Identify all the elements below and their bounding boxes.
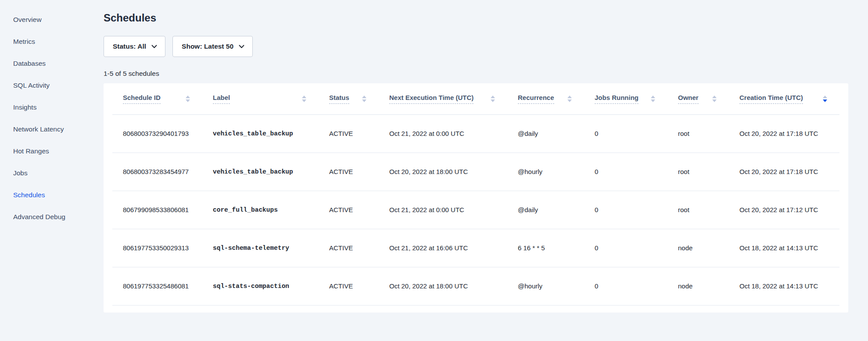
cell-schedule-id: 806197753350029313: [112, 229, 202, 267]
cell-next-execution-time: Oct 20, 2022 at 18:00 UTC: [379, 267, 507, 305]
sort-arrows-icon[interactable]: [491, 96, 495, 102]
page-title: Schedules: [104, 11, 848, 25]
cell-next-execution-time: Oct 21, 2022 at 0:00 UTC: [379, 114, 507, 153]
cell-creation-time: Oct 20, 2022 at 17:18 UTC: [729, 153, 839, 191]
cell-creation-time: Oct 20, 2022 at 17:18 UTC: [729, 114, 839, 153]
column-header-label: Creation Time (UTC): [739, 94, 803, 104]
sidebar-item-insights[interactable]: Insights: [0, 96, 83, 118]
cell-jobs-running: 0: [584, 191, 667, 229]
cell-owner: root: [667, 153, 729, 191]
show-filter-label: Show: Latest 50: [182, 43, 233, 50]
column-header-label[interactable]: Label: [202, 83, 319, 114]
column-header-jobs-running[interactable]: Jobs Running: [584, 83, 667, 114]
chevron-down-icon: [239, 45, 244, 49]
cell-creation-time: Oct 20, 2022 at 17:12 UTC: [729, 191, 839, 229]
cell-recurrence: @hourly: [507, 153, 584, 191]
sort-asc-icon: [823, 96, 827, 98]
column-header-label: Status: [329, 94, 349, 104]
cell-recurrence: @hourly: [507, 267, 584, 305]
cell-next-execution-time: Oct 21, 2022 at 0:00 UTC: [379, 191, 507, 229]
sort-asc-icon: [651, 96, 655, 98]
sidebar-item-jobs[interactable]: Jobs: [0, 162, 83, 184]
cell-schedule-id: 806800373283454977: [112, 153, 202, 191]
table-row: 806799098533806081core_full_backupsACTIV…: [112, 191, 839, 229]
sort-arrows-icon[interactable]: [302, 96, 306, 102]
cell-next-execution-time: Oct 20, 2022 at 18:00 UTC: [379, 153, 507, 191]
sort-asc-icon: [491, 96, 495, 98]
main-content: Schedules Status: All Show: Latest 50 1-…: [83, 0, 868, 341]
cell-owner: root: [667, 191, 729, 229]
table-row: 806800373283454977vehicles_table_backupA…: [112, 153, 839, 191]
sidebar: OverviewMetricsDatabasesSQL ActivityInsi…: [0, 0, 83, 341]
sidebar-item-advanced-debug[interactable]: Advanced Debug: [0, 206, 83, 228]
sort-asc-icon: [362, 96, 366, 98]
column-header-label: Recurrence: [518, 94, 554, 104]
cell-jobs-running: 0: [584, 153, 667, 191]
cell-status: ACTIVE: [319, 229, 379, 267]
cell-label: sql-stats-compaction: [202, 267, 319, 305]
cell-schedule-id: 806800373290401793: [112, 114, 202, 153]
filter-bar: Status: All Show: Latest 50: [104, 36, 848, 57]
cell-jobs-running: 0: [584, 229, 667, 267]
sidebar-item-hot-ranges[interactable]: Hot Ranges: [0, 140, 83, 162]
table-header-row: Schedule IDLabelStatusNext Execution Tim…: [112, 83, 839, 114]
sidebar-item-metrics[interactable]: Metrics: [0, 31, 83, 53]
cell-next-execution-time: Oct 21, 2022 at 16:06 UTC: [379, 229, 507, 267]
sidebar-item-databases[interactable]: Databases: [0, 53, 83, 75]
cell-status: ACTIVE: [319, 114, 379, 153]
sort-desc-icon: [567, 99, 572, 102]
sort-arrows-icon[interactable]: [567, 96, 572, 102]
cell-owner: root: [667, 114, 729, 153]
status-filter-dropdown[interactable]: Status: All: [104, 36, 165, 57]
table-row: 806197753350029313sql-schema-telemetryAC…: [112, 229, 839, 267]
table-body: 806800373290401793vehicles_table_backupA…: [112, 114, 839, 305]
sort-arrows-icon[interactable]: [362, 96, 366, 102]
results-count: 1-5 of 5 schedules: [104, 69, 848, 78]
sort-desc-icon: [491, 99, 495, 102]
column-header-status[interactable]: Status: [319, 83, 379, 114]
cell-recurrence: @daily: [507, 114, 584, 153]
column-header-next-execution-time[interactable]: Next Execution Time (UTC): [379, 83, 507, 114]
sort-desc-icon: [712, 99, 717, 102]
sidebar-item-sql-activity[interactable]: SQL Activity: [0, 75, 83, 96]
sort-arrows-icon[interactable]: [712, 96, 717, 102]
sort-arrows-icon[interactable]: [651, 96, 655, 102]
sort-arrows-icon[interactable]: [823, 96, 827, 102]
column-header-label: Jobs Running: [595, 94, 638, 104]
schedules-table-card: Schedule IDLabelStatusNext Execution Tim…: [104, 83, 848, 313]
sort-asc-icon: [186, 96, 190, 98]
sort-asc-icon: [567, 96, 572, 98]
cell-creation-time: Oct 18, 2022 at 14:13 UTC: [729, 229, 839, 267]
cell-label: core_full_backups: [202, 191, 319, 229]
schedules-table: Schedule IDLabelStatusNext Execution Tim…: [112, 83, 839, 305]
sidebar-item-overview[interactable]: Overview: [0, 9, 83, 31]
sort-desc-icon: [302, 99, 306, 102]
sidebar-item-network-latency[interactable]: Network Latency: [0, 118, 83, 140]
cell-recurrence: @daily: [507, 191, 584, 229]
cell-owner: node: [667, 267, 729, 305]
column-header-recurrence[interactable]: Recurrence: [507, 83, 584, 114]
table-row: 806197753325486081sql-stats-compactionAC…: [112, 267, 839, 305]
cell-label: vehicles_table_backup: [202, 114, 319, 153]
cell-status: ACTIVE: [319, 153, 379, 191]
cell-owner: node: [667, 229, 729, 267]
sort-desc-icon: [362, 99, 366, 102]
sort-desc-icon: [186, 99, 190, 102]
sort-arrows-icon[interactable]: [186, 96, 190, 102]
cell-jobs-running: 0: [584, 267, 667, 305]
column-header-creation-time[interactable]: Creation Time (UTC): [729, 83, 839, 114]
sidebar-item-schedules[interactable]: Schedules: [0, 184, 83, 206]
sort-desc-icon: [823, 99, 827, 102]
cell-schedule-id: 806197753325486081: [112, 267, 202, 305]
table-header: Schedule IDLabelStatusNext Execution Tim…: [112, 83, 839, 114]
sort-asc-icon: [712, 96, 717, 98]
cell-creation-time: Oct 18, 2022 at 14:13 UTC: [729, 267, 839, 305]
show-filter-dropdown[interactable]: Show: Latest 50: [172, 36, 253, 57]
column-header-schedule-id[interactable]: Schedule ID: [112, 83, 202, 114]
column-header-owner[interactable]: Owner: [667, 83, 729, 114]
cell-recurrence: 6 16 * * 5: [507, 229, 584, 267]
column-header-label: Schedule ID: [123, 94, 161, 104]
cell-status: ACTIVE: [319, 191, 379, 229]
schedules-page: OverviewMetricsDatabasesSQL ActivityInsi…: [0, 0, 868, 341]
cell-jobs-running: 0: [584, 114, 667, 153]
